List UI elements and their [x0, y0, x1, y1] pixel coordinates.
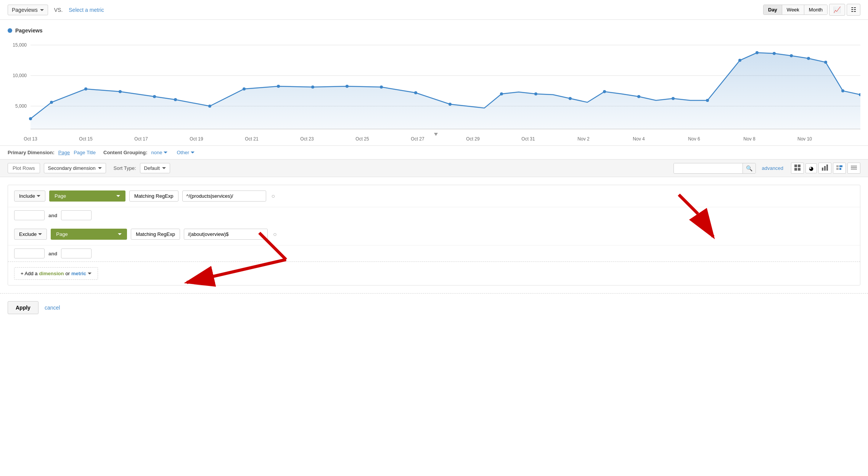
sort-type-dropdown[interactable]: Default [140, 163, 170, 173]
line-chart-icon-btn[interactable]: 📈 [829, 4, 845, 16]
other-dropdown[interactable]: Other [177, 150, 194, 155]
svg-point-26 [637, 95, 640, 98]
filter-and-row-1: and [8, 207, 860, 223]
and-label-2: and [48, 251, 57, 257]
svg-point-12 [153, 95, 156, 98]
filter-clear-1-button[interactable]: ○ [270, 191, 277, 201]
svg-point-35 [841, 89, 844, 92]
exclude-button[interactable]: Exclude [14, 229, 47, 240]
svg-rect-63 [839, 165, 842, 167]
svg-text:5,000: 5,000 [15, 103, 27, 109]
filter-dim-2-chevron-icon [118, 233, 122, 235]
svg-marker-53 [434, 133, 438, 136]
metric-selector[interactable]: Pageviews [8, 5, 48, 15]
svg-rect-60 [826, 165, 828, 171]
svg-rect-59 [824, 166, 826, 171]
grid-view-btn[interactable]: ​ [791, 163, 804, 174]
filter-and-row-2: and [8, 245, 860, 261]
vs-label: VS. [54, 7, 63, 13]
svg-text:Oct 15: Oct 15 [79, 136, 93, 142]
svg-text:Nov 10: Nov 10 [797, 136, 812, 142]
day-button[interactable]: Day [764, 5, 782, 15]
svg-point-29 [738, 59, 741, 62]
advanced-link[interactable]: advanced [762, 165, 783, 171]
svg-point-15 [243, 87, 246, 90]
svg-point-31 [773, 52, 776, 55]
svg-rect-56 [794, 168, 797, 171]
filter-dim-1-button[interactable]: Page [49, 190, 125, 202]
sort-type-value: Default [144, 165, 160, 171]
cancel-link[interactable]: cancel [45, 305, 60, 311]
add-dim-metric-label: metric [71, 271, 86, 276]
add-dimension-button[interactable]: + Add a dimension or metric [14, 267, 98, 280]
select-metric-link[interactable]: Select a metric [69, 7, 104, 13]
svg-rect-62 [836, 168, 839, 170]
svg-text:Oct 31: Oct 31 [521, 136, 535, 142]
filter-value-2-input[interactable] [184, 229, 268, 240]
other-label: Other [177, 150, 189, 155]
svg-point-19 [380, 86, 383, 89]
and-connector-box-1 [14, 210, 45, 220]
month-button[interactable]: Month [804, 5, 827, 15]
comparison-view-btn[interactable] [833, 163, 846, 174]
svg-point-23 [534, 92, 537, 95]
metrics-view-btn[interactable] [847, 163, 860, 174]
bar-view-btn[interactable] [818, 163, 831, 174]
svg-point-21 [448, 103, 452, 106]
svg-text:15,000: 15,000 [13, 42, 27, 48]
and-label-1: and [48, 213, 57, 218]
filter-match-1-button[interactable]: Matching RegExp [129, 190, 178, 202]
scatter-chart-icon-btn[interactable]: ☷ [847, 4, 860, 16]
primary-dim-label: Primary Dimension: [8, 150, 55, 155]
svg-text:10,000: 10,000 [13, 73, 27, 78]
secondary-dim-chevron-icon [98, 167, 102, 169]
svg-text:Oct 21: Oct 21 [245, 136, 259, 142]
svg-text:Nov 4: Nov 4 [633, 136, 645, 142]
content-grouping-value: none [151, 150, 162, 155]
week-button[interactable]: Week [782, 5, 804, 15]
page-dim-link[interactable]: Page [58, 150, 70, 155]
sort-chevron-icon [162, 167, 166, 169]
search-input[interactable] [674, 163, 743, 173]
apply-button[interactable]: Apply [8, 301, 39, 314]
and-connector-box-2 [61, 210, 92, 220]
include-button[interactable]: Include [14, 190, 45, 202]
legend-dot [8, 28, 12, 33]
svg-point-13 [174, 98, 177, 101]
top-toolbar: Pageviews VS. Select a metric Day Week M… [0, 0, 868, 20]
svg-point-28 [706, 99, 709, 102]
svg-text:Oct 27: Oct 27 [411, 136, 424, 142]
time-range-btn-group: Day Week Month [763, 5, 828, 15]
svg-point-25 [603, 90, 606, 93]
secondary-dim-dropdown[interactable]: Secondary dimension [44, 163, 106, 173]
chart-area: Pageviews 15,000 10,000 5,000 [0, 20, 868, 145]
primary-dimension-bar: Primary Dimension: Page Page Title Conte… [0, 145, 868, 159]
svg-text:Nov 2: Nov 2 [577, 136, 590, 142]
pageviews-chart: 15,000 10,000 5,000 [8, 37, 860, 144]
add-dim-or: or [65, 271, 70, 276]
chart-svg-container: 15,000 10,000 5,000 [8, 37, 860, 145]
plot-rows-button[interactable]: Plot Rows [8, 163, 40, 173]
content-grouping-dropdown[interactable]: none [151, 150, 168, 155]
page-title-dim-link[interactable]: Page Title [74, 150, 96, 155]
table-view-icons: ​ ◕ [791, 163, 860, 174]
metric-label: Pageviews [12, 7, 38, 13]
svg-point-24 [569, 97, 572, 100]
filter-row-2: Exclude Page Matching RegExp ○ [8, 223, 860, 245]
svg-point-34 [824, 61, 827, 64]
chart-legend-label: Pageviews [15, 27, 43, 34]
filter-clear-2-button[interactable]: ○ [272, 229, 278, 239]
svg-text:Oct 25: Oct 25 [355, 136, 369, 142]
pie-view-btn[interactable]: ◕ [805, 163, 817, 173]
filter-match-2-button[interactable]: Matching RegExp [131, 229, 180, 240]
svg-text:Oct 13: Oct 13 [24, 136, 37, 142]
add-dim-dimension-label: dimension [39, 271, 64, 276]
filter-dim-1-chevron-icon [116, 195, 120, 197]
svg-point-30 [755, 51, 759, 54]
filter-value-1-input[interactable] [182, 190, 266, 202]
top-right: Day Week Month 📈 ☷ [763, 4, 860, 16]
svg-text:Oct 19: Oct 19 [190, 136, 203, 142]
search-button[interactable]: 🔍 [743, 163, 755, 173]
top-left: Pageviews VS. Select a metric [8, 5, 104, 15]
filter-dim-2-button[interactable]: Page [51, 229, 127, 240]
